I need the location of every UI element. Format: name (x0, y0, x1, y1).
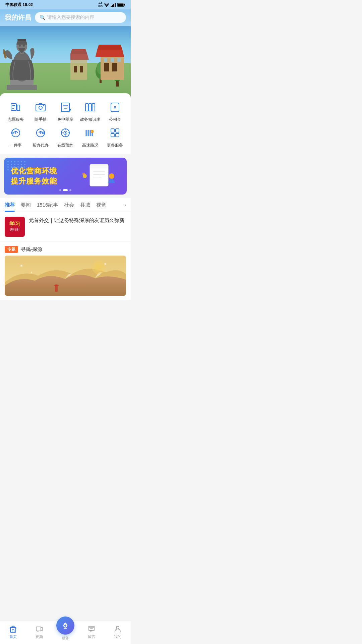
svg-rect-2 (113, 4, 114, 7)
freeapply-icon (58, 99, 73, 115)
service-card: 志愿服务 随手拍 (0, 93, 131, 154)
volunteer-icon (8, 99, 23, 115)
status-bar: 中国联通 16:02 1.8K/s ⚡ (0, 0, 131, 9)
svg-marker-33 (70, 54, 89, 60)
svg-point-88 (20, 265, 22, 267)
dot-3 (69, 189, 71, 191)
tab-1516[interactable]: 1516纪事 (37, 198, 58, 212)
hero-banner (0, 26, 131, 100)
svg-rect-14 (17, 39, 26, 41)
svg-rect-0 (111, 6, 112, 7)
free-label: 免申即享 (57, 117, 73, 122)
appointment-icon (58, 125, 73, 141)
svg-point-92 (95, 263, 103, 271)
dots-pattern (7, 161, 26, 170)
banner-indicators (59, 189, 71, 191)
tab-news[interactable]: 要闻 (21, 198, 31, 212)
svg-rect-49 (92, 104, 95, 111)
app-title: 我的许昌 (5, 13, 32, 22)
svg-rect-74 (116, 129, 119, 132)
proxy-icon (33, 125, 48, 141)
svg-rect-30 (117, 58, 121, 62)
service-item-photo[interactable]: 随手拍 (28, 99, 53, 122)
svg-rect-28 (104, 58, 107, 62)
svg-rect-76 (116, 133, 119, 137)
signal-icon (111, 2, 116, 7)
svg-rect-35 (74, 66, 77, 72)
tab-vision[interactable]: 视觉 (96, 198, 106, 212)
dot-1 (59, 189, 61, 191)
news-item-topic[interactable]: 专题 寻禹·探源 (0, 242, 131, 300)
tab-more-icon[interactable]: › (124, 202, 126, 208)
svg-rect-48 (89, 104, 92, 111)
battery-icon: ⚡ (117, 2, 125, 7)
svg-rect-87 (55, 285, 58, 292)
photo-label: 随手拍 (35, 117, 47, 122)
service-item-fund[interactable]: ¥ 公积金 (103, 99, 127, 122)
status-icons: 1.8K/s ⚡ (98, 1, 125, 8)
service-grid-row2: 一件事 帮办代办 (3, 125, 127, 148)
banner-title-2: 提升服务效能 (11, 176, 80, 186)
svg-rect-73 (111, 129, 114, 132)
fund-label: 公积金 (109, 117, 121, 122)
wifi-icon (104, 2, 109, 7)
appointment-label: 在线预约 (57, 143, 73, 148)
study-news-title: 元首外交｜让这份特殊深厚的友谊历久弥新 (29, 217, 126, 224)
svg-point-42 (39, 106, 42, 109)
search-bar[interactable]: 🔍 请输入您要搜索的内容 (35, 12, 126, 23)
onething-label: 一件事 (10, 143, 22, 148)
topic-badge: 专题 (5, 246, 18, 253)
highway-icon: ! (82, 125, 98, 141)
service-item-free[interactable]: 免申即享 (53, 99, 78, 122)
service-item-onething[interactable]: 一件事 (3, 125, 28, 148)
svg-rect-85 (82, 173, 85, 175)
study-top-text: 学习 (9, 221, 20, 227)
service-item-proxy[interactable]: 帮办代办 (28, 125, 53, 148)
service-item-more[interactable]: 更多服务 (103, 125, 127, 148)
svg-rect-29 (111, 58, 114, 62)
svg-rect-32 (70, 60, 87, 80)
highway-label: 高速路况 (82, 143, 98, 148)
search-placeholder-text: 请输入您要搜索的内容 (47, 14, 94, 20)
service-item-volunteer[interactable]: 志愿服务 (3, 99, 28, 122)
svg-rect-44 (61, 103, 69, 112)
search-icon: 🔍 (40, 15, 45, 20)
svg-text:⚡: ⚡ (125, 3, 125, 6)
tab-county[interactable]: 县域 (80, 198, 90, 212)
svg-text:¥: ¥ (114, 105, 116, 109)
svg-rect-79 (90, 164, 108, 168)
study-news-row: 学习 进行时 元首外交｜让这份特殊深厚的友谊历久弥新 (5, 217, 126, 237)
svg-rect-36 (80, 66, 83, 72)
topic-image (5, 256, 126, 296)
svg-point-62 (65, 132, 66, 133)
svg-rect-1 (112, 5, 113, 7)
news-item-study[interactable]: 学习 进行时 元首外交｜让这份特殊深厚的友谊历久弥新 (0, 212, 131, 242)
service-item-highway[interactable]: ! 高速路况 (78, 125, 103, 148)
topic-title: 寻禹·探源 (21, 246, 42, 253)
svg-point-16 (23, 45, 25, 47)
building-decoration (70, 40, 131, 81)
news-tabs: 推荐 要闻 1516纪事 社会 县域 视觉 › (0, 198, 131, 212)
svg-marker-34 (70, 49, 87, 54)
tab-society[interactable]: 社会 (64, 198, 74, 212)
more-icon (107, 125, 123, 141)
tab-recommend[interactable]: 推荐 (5, 198, 15, 212)
news-section: 学习 进行时 元首外交｜让这份特殊深厚的友谊历久弥新 专题 寻禹·探源 (0, 212, 131, 300)
svg-rect-9 (7, 85, 37, 90)
svg-point-43 (43, 105, 44, 106)
topic-header: 专题 寻禹·探源 (5, 246, 126, 253)
svg-marker-25 (97, 45, 122, 50)
service-item-knowledge[interactable]: 政务知识库 (78, 99, 103, 122)
svg-rect-3 (115, 3, 116, 7)
promo-banner[interactable]: 优化营商环境 提升服务效能 (4, 158, 127, 195)
knowledge-label: 政务知识库 (80, 117, 100, 122)
svg-point-83 (109, 173, 114, 179)
statue-image (3, 36, 40, 90)
knowledge-icon (82, 99, 98, 115)
dot-2 (63, 189, 68, 191)
service-item-appointment[interactable]: 在线预约 (53, 125, 78, 148)
svg-rect-27 (112, 63, 117, 71)
network-speed: 1.8K/s (98, 1, 103, 8)
svg-marker-24 (96, 50, 124, 56)
svg-rect-75 (111, 133, 114, 137)
